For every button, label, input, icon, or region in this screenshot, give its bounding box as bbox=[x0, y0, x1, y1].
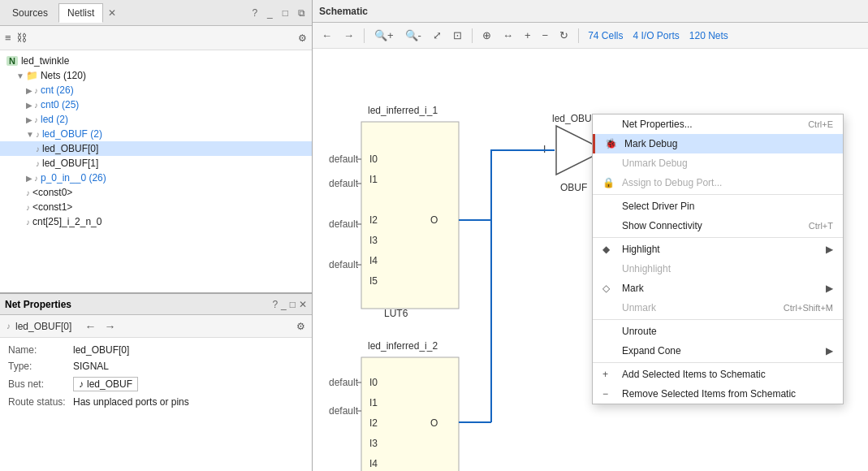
cm-highlight-icon: ◆ bbox=[602, 244, 617, 255]
maximize-icon[interactable]: □ bbox=[279, 6, 291, 20]
cnt0-signal-icon: ♪ bbox=[34, 101, 38, 110]
net-props-close[interactable]: ✕ bbox=[299, 299, 307, 310]
add-icon[interactable]: + bbox=[520, 28, 535, 43]
prop-type-value: SIGNAL bbox=[73, 361, 109, 372]
tree-root[interactable]: N led_twinkle bbox=[0, 54, 312, 68]
prop-type-label: Type: bbox=[8, 361, 73, 372]
cm-mark-debug-icon: 🐞 bbox=[605, 138, 620, 149]
minimize-icon[interactable]: _ bbox=[264, 6, 276, 20]
cnt25-label: cnt[25]_i_2_n_0 bbox=[32, 216, 101, 227]
led-obuf-label: led_OBUF (2) bbox=[42, 128, 102, 140]
tree-item-cnt0[interactable]: ▶ ♪ cnt0 (25) bbox=[0, 97, 312, 112]
cm-mark-label: Mark bbox=[622, 283, 644, 294]
left-panel: Sources Netlist ✕ ? _ □ ⧉ ≡ ⛓ ⚙ N led_tw… bbox=[0, 0, 313, 471]
help-icon[interactable]: ? bbox=[248, 6, 261, 20]
led-obuf1-label: led_OBUF[1] bbox=[42, 158, 98, 169]
separator-3 bbox=[578, 28, 579, 43]
p0in0-expand-icon: ▶ bbox=[26, 174, 32, 183]
tree-item-cnt[interactable]: ▶ ♪ cnt (26) bbox=[0, 83, 312, 97]
refresh-icon[interactable]: ↻ bbox=[555, 28, 572, 43]
separator-2 bbox=[472, 28, 473, 43]
tree-item-led-obuf[interactable]: ▼ ♪ led_OBUF (2) bbox=[0, 127, 312, 141]
float-icon[interactable]: ⧉ bbox=[295, 6, 309, 20]
cm-highlight-label: Highlight bbox=[622, 244, 660, 255]
prop-bus-value: ♪ led_OBUF bbox=[73, 377, 138, 391]
tree-item-led[interactable]: ▶ ♪ led (2) bbox=[0, 112, 312, 127]
cm-mark-arrow: ▶ bbox=[826, 283, 833, 294]
cm-mark-debug[interactable]: 🐞 Mark Debug bbox=[593, 134, 843, 153]
svg-text:I1: I1 bbox=[369, 174, 378, 185]
prop-route-label: Route status: bbox=[8, 396, 73, 408]
cm-mark-icon: ◇ bbox=[602, 283, 617, 294]
cm-mark[interactable]: ◇ Mark ▶ bbox=[593, 279, 843, 298]
net-props-minimize[interactable]: _ bbox=[281, 299, 287, 310]
zoom-fit-button[interactable]: ⊡ bbox=[449, 28, 466, 43]
net-props-help[interactable]: ? bbox=[272, 299, 278, 310]
net-props-maximize[interactable]: □ bbox=[290, 299, 296, 310]
cm-select-driver[interactable]: Select Driver Pin bbox=[593, 197, 843, 216]
led-label: led (2) bbox=[41, 114, 68, 125]
cnt-expand-icon: ▶ bbox=[26, 86, 32, 95]
cm-net-properties[interactable]: Net Properties... Ctrl+E bbox=[593, 115, 843, 134]
nav-back-arrow[interactable]: ← bbox=[83, 320, 97, 333]
cm-assign-icon: 🔒 bbox=[602, 177, 617, 188]
net-props-gear-icon[interactable]: ⚙ bbox=[296, 321, 305, 332]
cm-highlight[interactable]: ◆ Highlight ▶ bbox=[593, 240, 843, 259]
led-obuf1-signal-icon: ♪ bbox=[36, 159, 40, 168]
led-obuf0-signal-icon: ♪ bbox=[36, 145, 40, 153]
back-button[interactable]: ← bbox=[317, 28, 336, 43]
prop-bus-row: Bus net: ♪ led_OBUF bbox=[8, 377, 304, 391]
schematic-title: Schematic bbox=[319, 6, 368, 17]
cm-unroute[interactable]: Unroute bbox=[593, 322, 843, 341]
cm-remove-selected[interactable]: − Remove Selected Items from Schematic bbox=[593, 384, 843, 404]
cm-select-driver-label: Select Driver Pin bbox=[622, 201, 694, 212]
nav-forward-arrow[interactable]: → bbox=[102, 320, 117, 333]
cm-unmark-shortcut: Ctrl+Shift+M bbox=[784, 303, 833, 313]
schematic-toolbar: ← → 🔍+ 🔍- ⤢ ⊡ ⊕ ↔ + − ↻ 74 Cells 4 I/O P… bbox=[313, 23, 868, 49]
fit-button[interactable]: ⤢ bbox=[429, 28, 446, 43]
net-props-actions: ? _ □ ✕ bbox=[272, 299, 307, 310]
sources-tab[interactable]: Sources bbox=[3, 3, 57, 23]
io-ports-stat[interactable]: 4 I/O Ports bbox=[629, 30, 682, 41]
tree-item-const0[interactable]: ♪ <const0> bbox=[0, 185, 312, 200]
cnt-label: cnt (26) bbox=[41, 84, 74, 96]
cm-sep-3 bbox=[593, 319, 843, 320]
net-props-body: Name: led_OBUF[0] Type: SIGNAL Bus net: … bbox=[0, 338, 312, 471]
cm-expand-cone[interactable]: Expand Cone ▶ bbox=[593, 341, 843, 361]
svg-rect-19 bbox=[361, 357, 459, 471]
tree-nets-group[interactable]: ▼ 📁 Nets (120) bbox=[0, 68, 312, 83]
zoom-in-button[interactable]: 🔍+ bbox=[370, 28, 398, 43]
cells-stat[interactable]: 74 Cells bbox=[585, 30, 626, 41]
tree-item-p0in0[interactable]: ▶ ♪ p_0_in__0 (26) bbox=[0, 171, 312, 185]
n-badge: N bbox=[6, 56, 18, 66]
led-obuf-expand-icon: ▼ bbox=[26, 130, 34, 139]
tree-item-const1[interactable]: ♪ <const1> bbox=[0, 200, 312, 214]
p0in0-label: p_0_in__0 (26) bbox=[41, 172, 106, 184]
zoom-out-button[interactable]: 🔍- bbox=[401, 28, 425, 43]
target-icon[interactable]: ⊕ bbox=[478, 28, 495, 43]
cm-unroute-label: Unroute bbox=[622, 326, 657, 337]
nets-expand-icon: ▼ bbox=[16, 71, 24, 80]
svg-text:I3: I3 bbox=[369, 235, 378, 246]
svg-text:LUT6: LUT6 bbox=[384, 308, 408, 319]
led-obuf-signal-icon: ♪ bbox=[36, 130, 40, 139]
remove-icon[interactable]: − bbox=[538, 28, 553, 43]
tab-close-button[interactable]: ✕ bbox=[108, 7, 116, 19]
route-icon[interactable]: ↔ bbox=[499, 28, 517, 43]
svg-text:O: O bbox=[430, 214, 438, 226]
cm-connectivity-label: Show Connectivity bbox=[622, 220, 702, 231]
netlist-settings-icon[interactable]: ⚙ bbox=[298, 32, 307, 44]
tree-item-cnt25[interactable]: ♪ cnt[25]_i_2_n_0 bbox=[0, 214, 312, 229]
forward-button[interactable]: → bbox=[339, 28, 358, 43]
const1-label: <const1> bbox=[32, 201, 72, 213]
cnt0-label: cnt0 (25) bbox=[41, 99, 79, 110]
link-icon[interactable]: ⛓ bbox=[16, 32, 27, 44]
svg-text:I5: I5 bbox=[369, 275, 378, 287]
netlist-tab[interactable]: Netlist bbox=[58, 3, 103, 23]
cm-show-connectivity[interactable]: Show Connectivity Ctrl+T bbox=[593, 216, 843, 236]
expand-all-icon[interactable]: ≡ bbox=[5, 32, 11, 44]
tree-item-led-obuf1[interactable]: ♪ led_OBUF[1] bbox=[0, 156, 312, 171]
tree-item-led-obuf0[interactable]: ♪ led_OBUF[0] bbox=[0, 141, 312, 156]
nets-stat[interactable]: 120 Nets bbox=[686, 30, 732, 41]
cm-add-selected[interactable]: + Add Selected Items to Schematic bbox=[593, 365, 843, 384]
